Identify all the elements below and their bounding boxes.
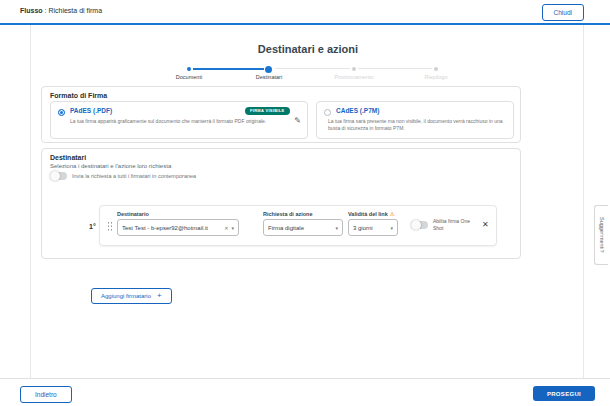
step-label-posizionamento: Posizionamento	[319, 74, 389, 80]
validity-value: 3 giorni	[353, 225, 387, 231]
flow-title: Flusso : Richiesta di firma	[20, 7, 102, 14]
step-dot-posizionamento	[352, 67, 356, 71]
warning-icon: ⚠	[390, 211, 395, 217]
pades-option[interactable]: PAdES (.PDF) FIRMA VISIBILE La tua firma…	[50, 101, 308, 139]
clear-icon[interactable]: ✕	[224, 225, 228, 231]
signature-format-title: Formato di Firma	[50, 92, 107, 99]
add-signer-label: Aggiungi firmatario	[101, 293, 151, 299]
top-bar: Flusso : Richiesta di firma Chiudi	[0, 0, 610, 23]
cades-radio-icon[interactable]	[324, 109, 331, 116]
pades-description: La tua firma apparirà graficamente sul d…	[70, 118, 282, 125]
signature-format-card: Formato di Firma PAdES (.PDF) FIRMA VISI…	[41, 86, 521, 143]
stepper-connector-upcoming-1	[275, 68, 350, 69]
recipients-title: Destinatari	[50, 154, 86, 161]
chevron-down-icon[interactable]: ▾	[231, 225, 234, 231]
visible-signature-badge: FIRMA VISIBILE	[245, 107, 290, 115]
step-dot-riepilogo	[434, 67, 438, 71]
cades-name: CAdES (.P7M)	[336, 107, 379, 114]
step-label-riepilogo: Riepilogo	[401, 74, 471, 80]
flow-label: Flusso	[20, 7, 43, 14]
plus-icon: +	[157, 293, 162, 299]
chevron-down-icon[interactable]: ▾	[335, 225, 338, 231]
action-field-label: Richiesta di azione	[263, 211, 313, 217]
oneshot-toggle-label: Abilita firma One Shot	[433, 218, 477, 231]
pades-name: PAdES (.PDF)	[70, 107, 112, 114]
wizard-stepper: Documenti Destinatari Posizionamento Rie…	[31, 61, 585, 85]
broadcast-toggle-knob	[50, 171, 60, 181]
recipients-card: Destinatari Seleziona i destinatari e l'…	[41, 148, 521, 259]
proceed-button[interactable]: PROSEGUI	[533, 386, 595, 401]
cades-option[interactable]: CAdES (.P7M) La tua firma sarà presente …	[316, 101, 514, 139]
recipient-combobox[interactable]: Test Test - b-epser92@hotmail.it ✕ ▾	[117, 219, 239, 236]
cades-description: La tua firma sarà presente ma non visibi…	[328, 118, 508, 132]
main-panel: Destinatari e azioni Documenti Destinata…	[30, 25, 584, 378]
pades-radio-icon[interactable]	[58, 109, 65, 116]
add-signer-button[interactable]: Aggiungi firmatario +	[91, 288, 172, 304]
drag-handle-icon[interactable]	[107, 221, 113, 231]
back-button[interactable]: Indietro	[20, 386, 72, 403]
footer-bar: Indietro PROSEGUI	[0, 378, 610, 406]
stepper-connector-upcoming-2	[358, 68, 432, 69]
remove-recipient-icon[interactable]: ✕	[482, 220, 489, 229]
recipients-subtitle: Seleziona i destinatari e l'azione loro …	[50, 163, 171, 169]
recipient-field-label: Destinatario	[117, 211, 149, 217]
stepper-connector-done	[193, 68, 264, 70]
oneshot-toggle[interactable]	[411, 221, 428, 229]
close-button[interactable]: Chiudi	[542, 4, 584, 21]
edit-pen-icon[interactable]: ✎	[294, 116, 301, 125]
page-title: Destinatari e azioni	[31, 43, 585, 55]
broadcast-toggle-label: Invia la richiesta a tutti i firmatari i…	[72, 173, 196, 179]
chevron-down-icon[interactable]: ▾	[390, 225, 393, 231]
step-label-documenti[interactable]: Documenti	[154, 74, 224, 80]
step-dot-destinatari[interactable]	[265, 66, 272, 73]
step-label-destinatari[interactable]: Destinatari	[234, 74, 304, 80]
recipient-row: Destinatario Test Test - b-epser92@hotma…	[99, 205, 497, 246]
validity-select[interactable]: 3 giorni ▾	[348, 219, 398, 236]
step-dot-documenti[interactable]	[187, 67, 191, 71]
oneshot-toggle-row: Abilita firma One Shot	[411, 218, 477, 231]
signature-flow-screen: Flusso : Richiesta di firma Chiudi Desti…	[0, 0, 610, 406]
recipient-order: 1°	[89, 223, 96, 230]
broadcast-toggle[interactable]	[50, 172, 67, 180]
action-select[interactable]: Firma digitale ▾	[263, 219, 343, 236]
suggestions-tab-label: Suggerimenti?	[599, 217, 605, 252]
action-value: Firma digitale	[268, 225, 332, 231]
flow-value: : Richiesta di firma	[43, 7, 103, 14]
validity-field-label: Validità del link⚠	[348, 211, 395, 217]
broadcast-toggle-row: Invia la richiesta a tutti i firmatari i…	[50, 172, 196, 180]
recipient-value: Test Test - b-epser92@hotmail.it	[122, 225, 221, 231]
suggestions-tab[interactable]: Suggerimenti?	[594, 205, 608, 265]
oneshot-toggle-knob	[411, 220, 421, 230]
